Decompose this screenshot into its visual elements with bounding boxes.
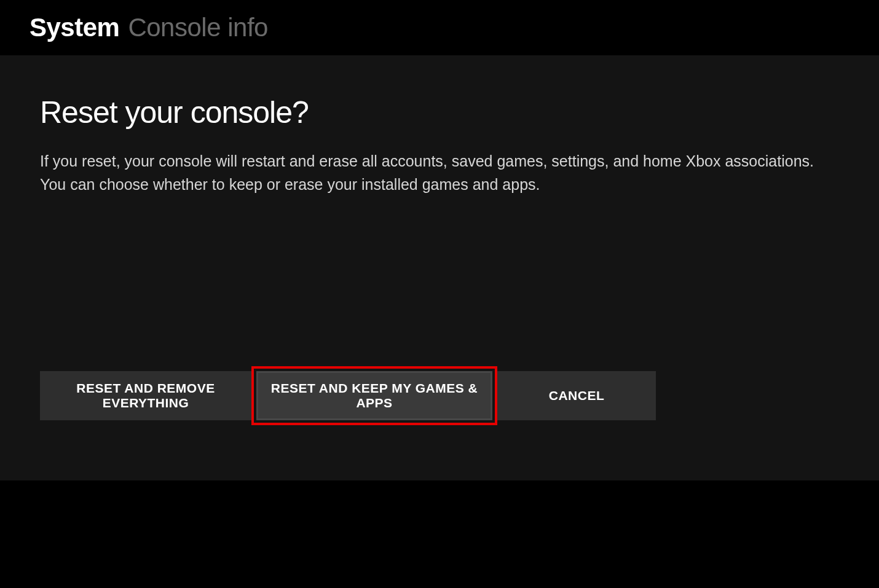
breadcrumb-primary: System [30,13,119,42]
cancel-button[interactable]: CANCEL [497,371,656,420]
breadcrumb-secondary: Console info [128,13,267,42]
button-row: RESET AND REMOVE EVERYTHING RESET AND KE… [40,371,656,420]
dialog-panel: Reset your console? If you reset, your c… [0,55,879,480]
breadcrumb: System Console info [0,0,879,55]
dialog-title: Reset your console? [40,95,839,130]
dialog-description: If you reset, your console will restart … [40,150,814,196]
reset-remove-everything-button[interactable]: RESET AND REMOVE EVERYTHING [40,371,251,420]
reset-keep-games-apps-button[interactable]: RESET AND KEEP MY GAMES & APPS [256,371,492,420]
bottom-spacer [0,480,879,588]
